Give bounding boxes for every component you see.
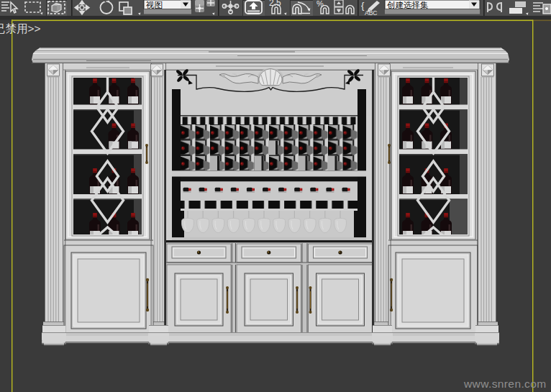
svg-text:视图: 视图 — [145, 1, 163, 9]
svg-text:%: % — [317, 0, 324, 8]
svg-text:已禁用>>: 已禁用>> — [0, 22, 41, 35]
svg-text:www.snren.com: www.snren.com — [463, 378, 547, 390]
svg-text:ABC: ABC — [365, 9, 377, 17]
svg-text:创建选择集: 创建选择集 — [387, 1, 429, 9]
